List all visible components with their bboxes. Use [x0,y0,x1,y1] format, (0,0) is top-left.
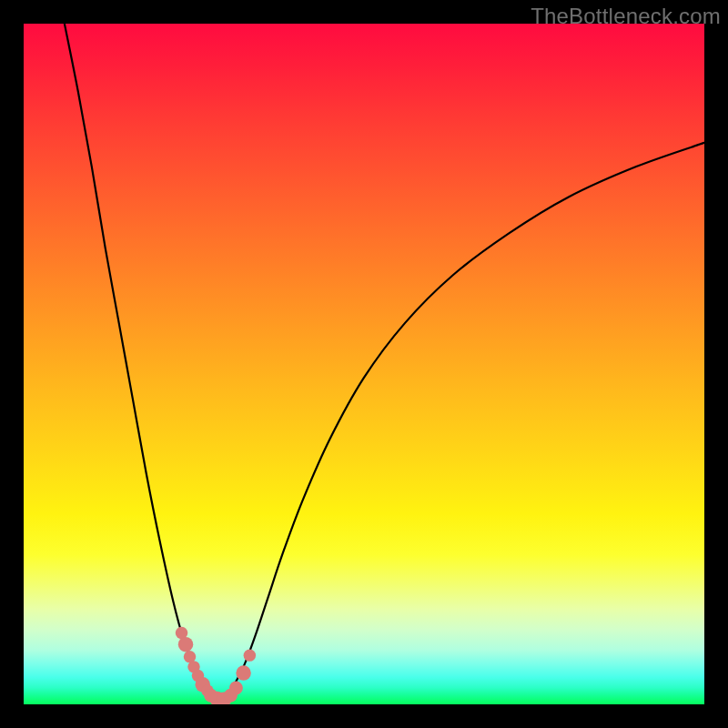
chart-frame: TheBottleneck.com [0,0,728,728]
data-marker [236,665,250,680]
data-markers [176,627,256,704]
watermark-text: TheBottleneck.com [531,4,721,29]
data-marker [229,682,243,695]
left-curve [65,24,217,701]
right-curve [221,143,704,701]
plot-area [24,24,704,704]
curve-layer [24,24,704,704]
data-marker [178,637,193,652]
data-marker [244,649,256,661]
